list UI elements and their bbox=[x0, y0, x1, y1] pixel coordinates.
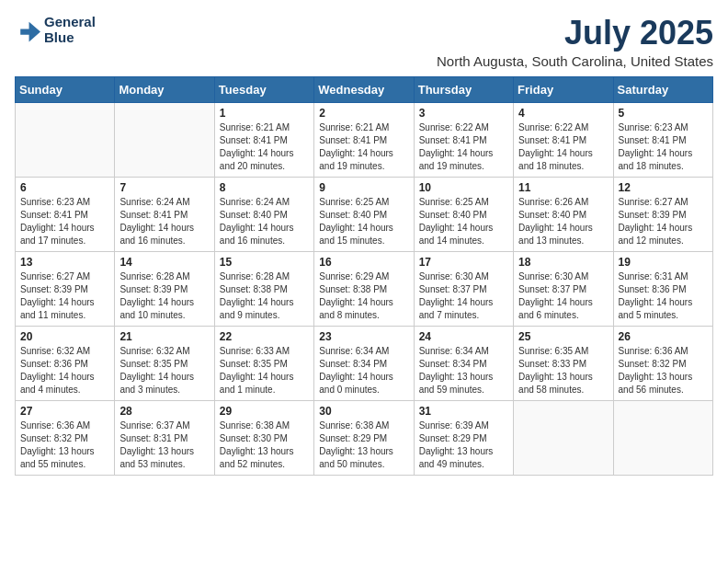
day-number: 28 bbox=[119, 405, 209, 418]
day-number: 14 bbox=[119, 256, 209, 269]
day-number: 17 bbox=[419, 256, 508, 269]
table-row: 10 Sunrise: 6:25 AMSunset: 8:40 PMDaylig… bbox=[414, 177, 513, 251]
table-row: 18 Sunrise: 6:30 AMSunset: 8:37 PMDaylig… bbox=[514, 251, 613, 326]
day-info: Sunrise: 6:34 AMSunset: 8:34 PMDaylight:… bbox=[419, 345, 508, 396]
day-number: 27 bbox=[20, 405, 109, 418]
calendar-week-row: 20 Sunrise: 6:32 AMSunset: 8:36 PMDaylig… bbox=[16, 326, 713, 400]
logo: General Blue bbox=[15, 15, 96, 45]
day-info: Sunrise: 6:36 AMSunset: 8:32 PMDaylight:… bbox=[619, 345, 708, 396]
day-info: Sunrise: 6:27 AMSunset: 8:39 PMDaylight:… bbox=[619, 196, 708, 247]
table-row: 21 Sunrise: 6:32 AMSunset: 8:35 PMDaylig… bbox=[115, 326, 214, 400]
day-number: 7 bbox=[119, 181, 209, 194]
calendar-week-row: 6 Sunrise: 6:23 AMSunset: 8:41 PMDayligh… bbox=[16, 177, 713, 251]
day-info: Sunrise: 6:21 AMSunset: 8:41 PMDaylight:… bbox=[319, 121, 408, 173]
day-number: 31 bbox=[419, 405, 508, 418]
table-row bbox=[514, 400, 613, 475]
col-thursday: Thursday bbox=[414, 76, 513, 102]
day-info: Sunrise: 6:26 AMSunset: 8:40 PMDaylight:… bbox=[518, 196, 608, 247]
day-number: 12 bbox=[619, 181, 708, 194]
table-row: 17 Sunrise: 6:30 AMSunset: 8:37 PMDaylig… bbox=[414, 251, 513, 326]
day-info: Sunrise: 6:25 AMSunset: 8:40 PMDaylight:… bbox=[319, 196, 408, 247]
table-row: 8 Sunrise: 6:24 AMSunset: 8:40 PMDayligh… bbox=[214, 177, 313, 251]
day-info: Sunrise: 6:38 AMSunset: 8:30 PMDaylight:… bbox=[220, 419, 309, 471]
day-number: 2 bbox=[319, 107, 408, 120]
table-row: 11 Sunrise: 6:26 AMSunset: 8:40 PMDaylig… bbox=[514, 177, 613, 251]
calendar: Sunday Monday Tuesday Wednesday Thursday… bbox=[15, 76, 713, 476]
day-number: 29 bbox=[220, 405, 309, 418]
table-row: 15 Sunrise: 6:28 AMSunset: 8:38 PMDaylig… bbox=[214, 251, 313, 326]
table-row: 24 Sunrise: 6:34 AMSunset: 8:34 PMDaylig… bbox=[414, 326, 513, 400]
table-row: 1 Sunrise: 6:21 AMSunset: 8:41 PMDayligh… bbox=[214, 102, 313, 177]
day-number: 18 bbox=[518, 256, 608, 269]
table-row: 13 Sunrise: 6:27 AMSunset: 8:39 PMDaylig… bbox=[16, 251, 115, 326]
col-monday: Monday bbox=[115, 76, 214, 102]
day-number: 9 bbox=[319, 181, 408, 194]
table-row: 30 Sunrise: 6:38 AMSunset: 8:29 PMDaylig… bbox=[314, 400, 414, 475]
day-info: Sunrise: 6:29 AMSunset: 8:38 PMDaylight:… bbox=[319, 270, 408, 322]
table-row: 12 Sunrise: 6:27 AMSunset: 8:39 PMDaylig… bbox=[613, 177, 712, 251]
day-info: Sunrise: 6:27 AMSunset: 8:39 PMDaylight:… bbox=[20, 270, 109, 322]
day-number: 6 bbox=[20, 181, 109, 194]
day-info: Sunrise: 6:31 AMSunset: 8:36 PMDaylight:… bbox=[619, 270, 708, 322]
table-row bbox=[613, 400, 712, 475]
table-row: 25 Sunrise: 6:35 AMSunset: 8:33 PMDaylig… bbox=[514, 326, 613, 400]
month-title: July 2025 bbox=[437, 15, 713, 52]
day-info: Sunrise: 6:24 AMSunset: 8:41 PMDaylight:… bbox=[119, 196, 209, 247]
table-row: 2 Sunrise: 6:21 AMSunset: 8:41 PMDayligh… bbox=[314, 102, 414, 177]
day-number: 22 bbox=[220, 330, 309, 343]
day-info: Sunrise: 6:25 AMSunset: 8:40 PMDaylight:… bbox=[419, 196, 508, 247]
calendar-week-row: 27 Sunrise: 6:36 AMSunset: 8:32 PMDaylig… bbox=[16, 400, 713, 475]
table-row: 7 Sunrise: 6:24 AMSunset: 8:41 PMDayligh… bbox=[115, 177, 214, 251]
table-row: 6 Sunrise: 6:23 AMSunset: 8:41 PMDayligh… bbox=[16, 177, 115, 251]
day-info: Sunrise: 6:23 AMSunset: 8:41 PMDaylight:… bbox=[619, 121, 708, 173]
table-row: 5 Sunrise: 6:23 AMSunset: 8:41 PMDayligh… bbox=[613, 102, 712, 177]
table-row bbox=[16, 102, 115, 177]
table-row: 27 Sunrise: 6:36 AMSunset: 8:32 PMDaylig… bbox=[16, 400, 115, 475]
logo-icon bbox=[15, 17, 40, 43]
day-number: 11 bbox=[518, 181, 608, 194]
day-info: Sunrise: 6:36 AMSunset: 8:32 PMDaylight:… bbox=[20, 419, 109, 471]
day-number: 19 bbox=[619, 256, 708, 269]
day-number: 13 bbox=[20, 256, 109, 269]
day-number: 24 bbox=[419, 330, 508, 343]
day-info: Sunrise: 6:28 AMSunset: 8:39 PMDaylight:… bbox=[119, 270, 209, 322]
day-info: Sunrise: 6:37 AMSunset: 8:31 PMDaylight:… bbox=[119, 419, 209, 471]
day-info: Sunrise: 6:30 AMSunset: 8:37 PMDaylight:… bbox=[518, 270, 608, 322]
day-info: Sunrise: 6:30 AMSunset: 8:37 PMDaylight:… bbox=[419, 270, 508, 322]
calendar-header-row: Sunday Monday Tuesday Wednesday Thursday… bbox=[16, 76, 713, 102]
table-row: 9 Sunrise: 6:25 AMSunset: 8:40 PMDayligh… bbox=[314, 177, 414, 251]
day-info: Sunrise: 6:32 AMSunset: 8:35 PMDaylight:… bbox=[119, 345, 209, 396]
table-row: 16 Sunrise: 6:29 AMSunset: 8:38 PMDaylig… bbox=[314, 251, 414, 326]
day-number: 3 bbox=[419, 107, 508, 120]
day-number: 23 bbox=[319, 330, 408, 343]
location-title: North Augusta, South Carolina, United St… bbox=[437, 53, 713, 69]
day-info: Sunrise: 6:28 AMSunset: 8:38 PMDaylight:… bbox=[220, 270, 309, 322]
table-row: 14 Sunrise: 6:28 AMSunset: 8:39 PMDaylig… bbox=[115, 251, 214, 326]
day-number: 30 bbox=[319, 405, 408, 418]
table-row: 19 Sunrise: 6:31 AMSunset: 8:36 PMDaylig… bbox=[613, 251, 712, 326]
col-friday: Friday bbox=[514, 76, 613, 102]
title-area: July 2025 North Augusta, South Carolina,… bbox=[437, 15, 713, 69]
day-info: Sunrise: 6:22 AMSunset: 8:41 PMDaylight:… bbox=[518, 121, 608, 173]
day-number: 20 bbox=[20, 330, 109, 343]
table-row: 26 Sunrise: 6:36 AMSunset: 8:32 PMDaylig… bbox=[613, 326, 712, 400]
day-number: 4 bbox=[518, 107, 608, 120]
day-number: 16 bbox=[319, 256, 408, 269]
calendar-week-row: 1 Sunrise: 6:21 AMSunset: 8:41 PMDayligh… bbox=[16, 102, 713, 177]
table-row bbox=[115, 102, 214, 177]
day-info: Sunrise: 6:35 AMSunset: 8:33 PMDaylight:… bbox=[518, 345, 608, 396]
day-info: Sunrise: 6:33 AMSunset: 8:35 PMDaylight:… bbox=[220, 345, 309, 396]
day-number: 8 bbox=[220, 181, 309, 194]
day-info: Sunrise: 6:32 AMSunset: 8:36 PMDaylight:… bbox=[20, 345, 109, 396]
day-info: Sunrise: 6:23 AMSunset: 8:41 PMDaylight:… bbox=[20, 196, 109, 247]
table-row: 4 Sunrise: 6:22 AMSunset: 8:41 PMDayligh… bbox=[514, 102, 613, 177]
day-number: 5 bbox=[619, 107, 708, 120]
col-tuesday: Tuesday bbox=[214, 76, 313, 102]
day-number: 25 bbox=[518, 330, 608, 343]
col-saturday: Saturday bbox=[613, 76, 712, 102]
col-sunday: Sunday bbox=[16, 76, 115, 102]
day-number: 1 bbox=[220, 107, 309, 120]
day-number: 15 bbox=[220, 256, 309, 269]
table-row: 31 Sunrise: 6:39 AMSunset: 8:29 PMDaylig… bbox=[414, 400, 513, 475]
table-row: 3 Sunrise: 6:22 AMSunset: 8:41 PMDayligh… bbox=[414, 102, 513, 177]
